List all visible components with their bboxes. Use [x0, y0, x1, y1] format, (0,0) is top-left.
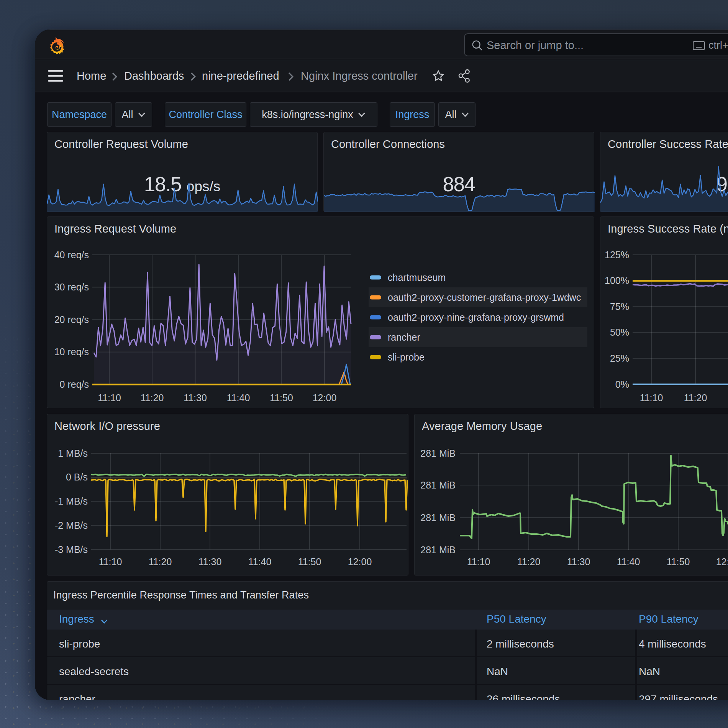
- svg-text:11:10: 11:10: [98, 392, 121, 403]
- svg-text:11:30: 11:30: [567, 556, 590, 567]
- svg-text:11:20: 11:20: [141, 392, 164, 403]
- svg-text:125%: 125%: [605, 249, 629, 260]
- svg-text:25%: 25%: [610, 353, 629, 364]
- svg-text:11:20: 11:20: [149, 556, 172, 567]
- svg-text:100%: 100%: [605, 275, 629, 286]
- svg-text:20 req/s: 20 req/s: [54, 314, 89, 325]
- svg-text:chartmuseum: chartmuseum: [388, 272, 446, 283]
- svg-text:oauth2-proxy-nine-grafana-prox: oauth2-proxy-nine-grafana-proxy-grswmd: [388, 312, 564, 323]
- svg-text:30 req/s: 30 req/s: [54, 282, 89, 292]
- svg-text:11:30: 11:30: [198, 556, 222, 567]
- svg-text:281 MiB: 281 MiB: [420, 480, 456, 490]
- svg-text:11:20: 11:20: [684, 392, 707, 403]
- svg-text:281 MiB: 281 MiB: [420, 544, 456, 555]
- svg-text:11:50: 11:50: [667, 556, 690, 567]
- svg-text:11:10: 11:10: [640, 392, 663, 403]
- svg-text:281 MiB: 281 MiB: [420, 512, 456, 523]
- svg-text:10 req/s: 10 req/s: [54, 346, 89, 357]
- svg-text:40 req/s: 40 req/s: [54, 249, 89, 260]
- svg-text:281 MiB: 281 MiB: [420, 448, 456, 459]
- svg-text:75%: 75%: [610, 301, 629, 312]
- svg-text:11:50: 11:50: [298, 556, 321, 567]
- svg-text:11:40: 11:40: [227, 392, 250, 403]
- svg-text:0 req/s: 0 req/s: [60, 379, 89, 390]
- svg-text:0 B/s: 0 B/s: [66, 472, 88, 482]
- svg-text:1 MB/s: 1 MB/s: [58, 448, 88, 459]
- svg-text:12:00: 12:00: [313, 392, 337, 403]
- svg-text:oauth2-proxy-customer-grafana-: oauth2-proxy-customer-grafana-proxy-1wdw…: [388, 292, 581, 303]
- svg-text:12:00: 12:00: [716, 556, 728, 567]
- svg-text:sli-probe: sli-probe: [388, 352, 425, 362]
- svg-text:-2 MB/s: -2 MB/s: [55, 520, 88, 531]
- svg-text:11:20: 11:20: [517, 556, 541, 567]
- svg-text:11:30: 11:30: [184, 392, 207, 403]
- svg-text:11:40: 11:40: [248, 556, 272, 567]
- svg-text:50%: 50%: [610, 327, 629, 338]
- svg-text:-1 MB/s: -1 MB/s: [55, 496, 88, 507]
- svg-text:12:00: 12:00: [348, 556, 372, 567]
- svg-text:11:50: 11:50: [270, 392, 293, 403]
- svg-text:rancher: rancher: [388, 332, 420, 343]
- svg-text:-3 MB/s: -3 MB/s: [55, 544, 88, 555]
- svg-text:11:10: 11:10: [99, 556, 122, 567]
- svg-text:0%: 0%: [615, 379, 629, 390]
- svg-text:11:10: 11:10: [467, 556, 490, 567]
- svg-text:11:40: 11:40: [617, 556, 640, 567]
